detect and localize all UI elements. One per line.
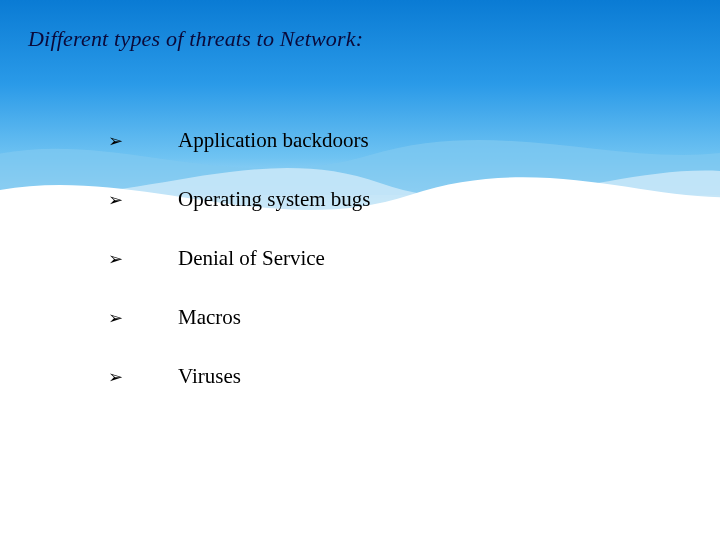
list-item: ➢ Application backdoors bbox=[108, 128, 370, 153]
list-item-text: Macros bbox=[178, 305, 241, 330]
list-item-text: Application backdoors bbox=[178, 128, 369, 153]
slide: Different types of threats to Network: ➢… bbox=[0, 0, 720, 540]
list-item: ➢ Operating system bugs bbox=[108, 187, 370, 212]
threat-list: ➢ Application backdoors ➢ Operating syst… bbox=[108, 128, 370, 423]
list-item: ➢ Macros bbox=[108, 305, 370, 330]
slide-title: Different types of threats to Network: bbox=[28, 26, 363, 52]
bullet-icon: ➢ bbox=[108, 248, 178, 270]
list-item-text: Denial of Service bbox=[178, 246, 325, 271]
list-item-text: Operating system bugs bbox=[178, 187, 370, 212]
list-item: ➢ Viruses bbox=[108, 364, 370, 389]
list-item: ➢ Denial of Service bbox=[108, 246, 370, 271]
bullet-icon: ➢ bbox=[108, 130, 178, 152]
list-item-text: Viruses bbox=[178, 364, 241, 389]
bullet-icon: ➢ bbox=[108, 189, 178, 211]
bullet-icon: ➢ bbox=[108, 366, 178, 388]
bullet-icon: ➢ bbox=[108, 307, 178, 329]
